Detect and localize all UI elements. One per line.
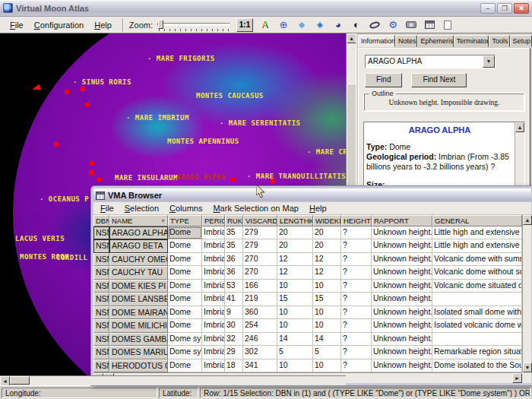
cell-type[interactable]: Dome xyxy=(168,226,202,239)
tab-information[interactable]: Information xyxy=(358,35,395,47)
cell-widekm[interactable]: 15 xyxy=(313,293,341,306)
cell-dbn[interactable]: NSN xyxy=(93,253,109,266)
cell-period[interactable]: Imbrian xyxy=(202,280,225,293)
cell-rukl[interactable]: 35 xyxy=(225,239,243,252)
cell-period[interactable]: Imbrian xyxy=(202,306,225,319)
cell-period[interactable]: Imbrian xyxy=(202,266,225,279)
cell-widekm[interactable]: 10 xyxy=(313,280,341,293)
cell-general[interactable]: Remarkable region situated to the We xyxy=(432,346,522,359)
tab-tools[interactable]: Tools xyxy=(489,35,509,47)
cell-type[interactable]: Dome xyxy=(168,306,202,319)
cell-period[interactable]: Imbrian xyxy=(202,319,225,332)
zoom-slider-thumb[interactable] xyxy=(158,20,163,29)
globe-view-button[interactable]: ◕ xyxy=(330,17,347,32)
cell-name[interactable]: DOMES MARIUS xyxy=(109,346,168,359)
menu-item-help[interactable]: Help xyxy=(89,19,117,31)
cell-widekm[interactable]: 12 xyxy=(313,253,341,266)
map-marker[interactable] xyxy=(90,161,94,166)
cell-heightm[interactable]: ? xyxy=(341,280,372,293)
cell-viscardy[interactable]: 219 xyxy=(243,293,277,306)
cell-heightm[interactable]: ? xyxy=(341,239,372,252)
cell-dbn[interactable]: NSN xyxy=(93,226,109,239)
cell-type[interactable]: Dome system xyxy=(168,333,202,346)
cell-dbn[interactable]: NSN xyxy=(93,239,109,252)
object-name-value[interactable]: ARAGO ALPHA xyxy=(366,55,483,68)
table-row[interactable]: NSNDOMES MARIUSDome systemImbrian2930255… xyxy=(93,346,522,359)
table-row[interactable]: NSNHERODOTUS OMEGADomeImbrian183411010?U… xyxy=(93,359,522,372)
cell-viscardy[interactable]: 279 xyxy=(243,239,277,252)
close-button[interactable]: ✕ xyxy=(514,3,529,14)
cell-widekm[interactable]: 20 xyxy=(313,239,341,252)
map-hscroll-thumb[interactable] xyxy=(10,376,30,385)
cell-rapport[interactable]: Unknown height. Impossible drawing. xyxy=(372,346,432,359)
column-header-viscardy[interactable]: VISCARDY xyxy=(243,215,277,226)
cell-lengthkm[interactable]: 10 xyxy=(277,280,313,293)
column-header-type[interactable]: TYPE xyxy=(168,215,202,226)
cell-heightm[interactable]: ? xyxy=(341,359,372,372)
cell-lengthkm[interactable]: 10 xyxy=(277,319,313,332)
menu-item-file[interactable]: File xyxy=(5,19,29,31)
cell-dbn[interactable]: NSN xyxy=(93,266,109,279)
table-row[interactable]: NSNCAUCHY TAUDomeImbrian362701212?Unknow… xyxy=(93,266,522,279)
cell-dbn[interactable]: NSN xyxy=(93,319,109,332)
map-marker[interactable] xyxy=(97,177,101,182)
cell-general[interactable]: Volcanic dome with summit crater situate… xyxy=(432,253,522,266)
cell-lengthkm[interactable]: 20 xyxy=(277,226,313,239)
cell-rapport[interactable]: Unknown height. Impossible drawing. xyxy=(372,333,432,346)
map-marker[interactable] xyxy=(65,90,69,94)
cell-type[interactable]: Dome xyxy=(168,293,202,306)
zoom-slider-track[interactable] xyxy=(157,23,230,26)
map-marker[interactable] xyxy=(81,87,85,91)
cell-widekm[interactable]: 10 xyxy=(313,306,341,319)
table-row[interactable]: NSNCAUCHY OMEGADomeImbrian362701212?Unkn… xyxy=(93,253,522,266)
browser-scroll-right-icon[interactable]: ► xyxy=(512,373,522,383)
cell-heightm[interactable]: ? xyxy=(341,266,372,279)
info-scroll-up-icon[interactable]: ▲ xyxy=(515,122,524,132)
ellipse-button[interactable] xyxy=(366,17,383,32)
flip-vertical-button[interactable]: ◆ xyxy=(293,17,310,32)
cell-rapport[interactable]: Unknown height. Impossible drawing. xyxy=(372,280,432,293)
browser-menu-item-selection[interactable]: Selection xyxy=(119,203,164,214)
cell-rapport[interactable]: Unknown height. Impossible drawing. xyxy=(372,359,432,372)
cell-name[interactable]: DOMES GAMBART C xyxy=(109,333,168,346)
column-header-dbn[interactable]: DBN xyxy=(93,215,109,226)
new-document-button[interactable] xyxy=(439,17,456,32)
cell-viscardy[interactable]: 270 xyxy=(243,266,277,279)
cell-type[interactable]: Dome xyxy=(168,266,202,279)
cell-heightm[interactable]: ? xyxy=(341,293,372,306)
column-header-heightm[interactable]: HEIGHTM xyxy=(341,215,372,226)
cell-general[interactable]: Volcanic dome without summit crater to xyxy=(432,266,522,279)
column-header-period[interactable]: PERIOD xyxy=(202,215,225,226)
cell-general[interactable] xyxy=(432,333,522,346)
table-row[interactable]: NSNDOME MAIRAN TDomeImbrian93601010?Unkn… xyxy=(93,306,522,319)
cell-viscardy[interactable]: 302 xyxy=(243,346,277,359)
cell-name[interactable]: CAUCHY OMEGA xyxy=(109,253,168,266)
cell-period[interactable]: Imbrian xyxy=(202,333,225,346)
map-marker[interactable] xyxy=(54,142,59,147)
cell-name[interactable]: HERODOTUS OMEGA xyxy=(109,359,168,372)
cell-general[interactable]: Volcanic dome situated on the South-W xyxy=(432,280,522,293)
cell-period[interactable]: Imbrian xyxy=(202,346,225,359)
table-row[interactable]: NSNDOME KIES PIDomeImbrian531661010?Unkn… xyxy=(93,280,522,293)
cell-type[interactable]: Dome system xyxy=(168,346,202,359)
cell-widekm[interactable]: 10 xyxy=(313,359,341,372)
browser-menu-item-mark-selection-on-map[interactable]: Mark Selection on Map xyxy=(207,203,304,214)
cell-lengthkm[interactable]: 15 xyxy=(277,293,313,306)
cell-dbn[interactable]: NSN xyxy=(93,359,109,372)
zoom-1-1-button[interactable]: 1:1 xyxy=(236,18,253,32)
browser-vertical-scrollbar[interactable]: ▲ ▼ xyxy=(522,215,531,372)
phase-button[interactable]: ◐ xyxy=(348,17,365,32)
cell-rapport[interactable]: Unknown height. Impossible drawing. xyxy=(372,306,432,319)
cell-rukl[interactable]: 41 xyxy=(225,293,243,306)
cell-period[interactable]: Imbrian xyxy=(202,226,225,239)
cell-dbn[interactable]: NSN xyxy=(93,293,109,306)
cell-rukl[interactable]: 30 xyxy=(225,319,243,332)
browser-menu-item-help[interactable]: Help xyxy=(304,203,332,214)
cell-heightm[interactable]: ? xyxy=(341,253,372,266)
cell-rapport[interactable]: Unknown height. Impossible drawing. xyxy=(372,239,432,252)
cell-type[interactable]: Dome xyxy=(168,359,202,372)
cell-lengthkm[interactable]: 12 xyxy=(277,253,313,266)
tab-setup[interactable]: Setup xyxy=(510,35,532,47)
column-header-name[interactable]: NAME▼ xyxy=(109,215,168,226)
column-header-general[interactable]: GENERAL xyxy=(432,215,522,226)
